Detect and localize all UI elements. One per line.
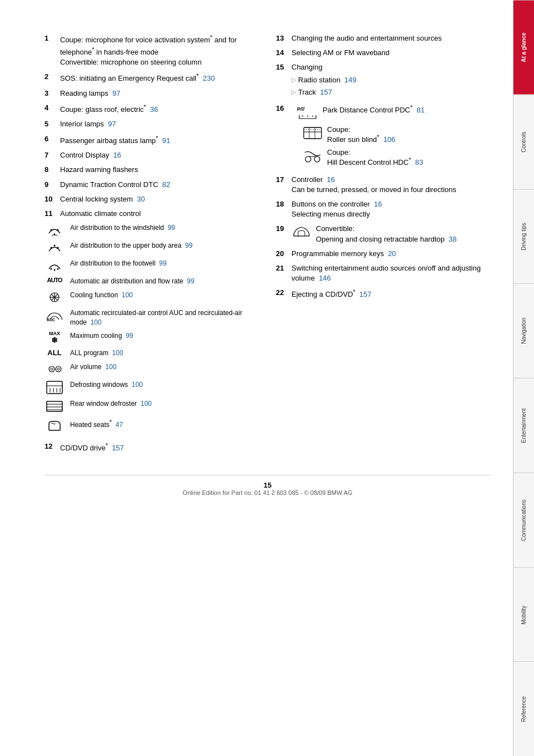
- item-text: Controller 16 Can be turned, pressed, or…: [291, 175, 491, 195]
- item-text: Central locking system 30: [60, 194, 259, 204]
- page-number: 15: [44, 481, 491, 489]
- climate-row-air-volume: Air volume 100: [44, 362, 259, 376]
- svg-point-36: [305, 156, 311, 162]
- climate-text: Cooling function 100: [70, 291, 259, 300]
- convertible-top-icon: [291, 224, 312, 242]
- climate-row-defrost: Defrosting windows 100: [44, 380, 259, 395]
- air-volume-icon: [44, 362, 65, 376]
- item-number: 3: [44, 89, 60, 99]
- defrost-windows-icon: [44, 380, 65, 395]
- page-footer: 15 Online Edition for Part no. 01 41 2 6…: [44, 475, 491, 496]
- item-number: 11: [44, 209, 60, 219]
- max-icon: MAX❄: [44, 331, 65, 344]
- item-number: 7: [44, 150, 60, 160]
- sidebar-tab-entertainment[interactable]: Entertainment: [513, 378, 534, 473]
- item-number: 17: [276, 175, 291, 195]
- climate-text: Automatic air distribution and flow rate…: [70, 277, 259, 286]
- pdc-text: Park Distance Control PDC* 81: [323, 104, 424, 114]
- item-text: Buttons on the controller 16 Selecting m…: [291, 199, 491, 219]
- item-number: 13: [276, 33, 291, 43]
- list-item-hazard: 8 Hazard warning flashers: [44, 165, 259, 175]
- svg-point-6: [51, 268, 52, 270]
- svg-point-4: [57, 247, 59, 249]
- item-number: 15: [276, 62, 291, 100]
- sidebar-tab-reference[interactable]: Reference: [513, 661, 534, 756]
- svg-point-37: [314, 156, 320, 162]
- list-item-control-display: 7 Control Display 16: [44, 150, 259, 160]
- item-text: Passenger airbag status lamp* 91: [60, 134, 259, 146]
- item-text: Reading lamps 97: [60, 89, 259, 99]
- item-number: 16: [276, 104, 291, 112]
- item-text: SOS: initiating an Emergency Request cal…: [60, 72, 259, 84]
- climate-text: Maximum cooling 99: [70, 331, 259, 341]
- climate-text: Air distribution to the windshield 99: [70, 223, 259, 233]
- item-number: 12: [44, 441, 60, 454]
- item-text: Interior lamps 97: [60, 119, 259, 129]
- climate-row-windshield: Air distribution to the windshield 99: [44, 223, 259, 237]
- climate-row-rear-defrost: Rear window defroster 100: [44, 399, 259, 414]
- list-item-17: 17 Controller 16 Can be turned, pressed,…: [276, 175, 491, 195]
- list-item-18: 18 Buttons on the controller 16 Selectin…: [276, 199, 491, 219]
- climate-text: Air distribution to the footwell 99: [70, 259, 259, 268]
- climate-row-all: ALL ALL program 100: [44, 348, 259, 358]
- sub-item-text: Radio station 149: [298, 75, 357, 85]
- climate-section: Air distribution to the windshield 99: [44, 223, 259, 433]
- svg-point-1: [51, 229, 52, 231]
- upper-body-icon: [44, 241, 65, 254]
- svg-point-18: [57, 368, 60, 370]
- sub-arrow-icon: ▷: [291, 88, 296, 96]
- climate-text: Air distribution to the upper body area …: [70, 241, 259, 251]
- sidebar-tab-mobility[interactable]: Mobility: [513, 567, 534, 662]
- list-item: 2 SOS: initiating an Emergency Request c…: [44, 72, 259, 84]
- item-number: 8: [44, 165, 60, 175]
- item-text: Programmable memory keys 20: [291, 249, 491, 259]
- hdc-item: Coupe:Hill Descent Control HDC* 83: [303, 148, 491, 166]
- sidebar-tab-controls[interactable]: Controls: [513, 95, 534, 189]
- item-number: 9: [44, 180, 60, 190]
- item-number: 14: [276, 48, 291, 58]
- svg-point-16: [51, 368, 53, 370]
- item-text: Changing the audio and entertainment sou…: [291, 33, 491, 43]
- sidebar-tab-at-a-glance[interactable]: At a glance: [513, 0, 534, 95]
- hdc-text: Coupe:Hill Descent Control HDC* 83: [327, 148, 423, 166]
- item-text: Convertible: Opening and closing retract…: [291, 224, 491, 244]
- climate-text: Defrosting windows 100: [70, 380, 259, 390]
- climate-text: Heated seats* 47: [70, 418, 259, 430]
- climate-text: ALL program 100: [70, 348, 259, 358]
- auc-icon: AUC: [44, 308, 65, 322]
- windshield-icon: [44, 223, 65, 237]
- svg-point-17: [56, 366, 61, 372]
- sidebar-tab-navigation[interactable]: Navigation: [513, 283, 534, 378]
- item-text: Dynamic Traction Control DTC 82: [60, 180, 259, 190]
- list-item: 5 Interior lamps 97: [44, 119, 259, 129]
- list-item-15: 15 Changing ▷ Radio station 149 ▷ Track …: [276, 62, 491, 100]
- svg-point-5: [54, 245, 56, 247]
- hdc-icon: [303, 148, 323, 165]
- sidebar-tab-communications[interactable]: Communications: [513, 473, 534, 567]
- climate-row-auc: AUC Automatic recirculated-air control A…: [44, 308, 259, 327]
- climate-row-max: MAX❄ Maximum cooling 99: [44, 331, 259, 344]
- roller-blind-icon: [303, 125, 323, 143]
- list-item-20: 20 Programmable memory keys 20: [276, 249, 491, 259]
- list-item-19: 19 Convertible:: [276, 224, 491, 244]
- svg-point-3: [51, 247, 52, 249]
- list-item: 4 Coupe: glass roof, electric* 36: [44, 103, 259, 115]
- list-item: 9 Dynamic Traction Control DTC 82: [44, 180, 259, 190]
- list-item: 10 Central locking system 30: [44, 194, 259, 204]
- item-number: 5: [44, 119, 60, 129]
- list-item-14: 14 Selecting AM or FM waveband: [276, 48, 491, 58]
- item-number: 19: [276, 224, 291, 244]
- item-number: 6: [44, 134, 60, 146]
- list-item: 3 Reading lamps 97: [44, 89, 259, 99]
- list-item-13: 13 Changing the audio and entertainment …: [276, 33, 491, 43]
- climate-row-auto: AUTO Automatic air distribution and flow…: [44, 277, 259, 286]
- item-number: 4: [44, 103, 60, 115]
- cooling-icon: [44, 291, 65, 304]
- item-number: 1: [44, 33, 60, 67]
- sidebar: At a glance Controls Driving tips Naviga…: [513, 0, 534, 756]
- svg-text:P///: P///: [297, 106, 305, 112]
- list-item-16: 16 P/// Park Di: [276, 104, 491, 167]
- rear-defrost-icon: [44, 399, 65, 414]
- sidebar-tab-driving-tips[interactable]: Driving tips: [513, 189, 534, 284]
- item-number: 20: [276, 249, 291, 259]
